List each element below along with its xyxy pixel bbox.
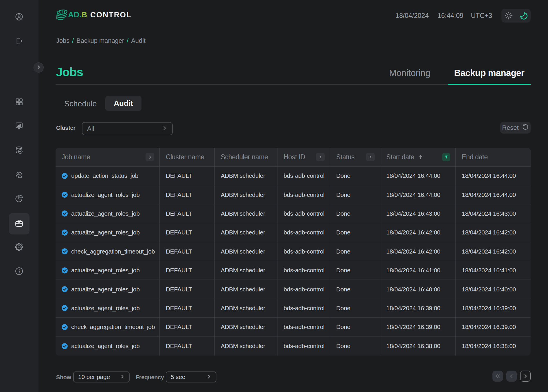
cell-cluster-name: DEFAULT	[160, 204, 215, 223]
cell-job-name-text: actualize_agent_roles_job	[71, 267, 140, 274]
page-size-select[interactable]: 10 per page	[73, 371, 130, 382]
cell-status-text: Done	[336, 210, 350, 217]
column-header-host-id: Host ID	[277, 148, 330, 167]
status-check-icon	[61, 210, 68, 217]
sidebar-item-dashboard[interactable]	[15, 97, 24, 108]
cell-scheduler-name: ADBM scheduler	[215, 261, 277, 280]
column-header-label: Status	[336, 153, 354, 161]
cluster-select[interactable]: All	[82, 122, 173, 135]
cell-start-date: 18/04/2024 16:38:00	[380, 337, 456, 356]
cell-job-name: actualize_agent_roles_job	[56, 261, 160, 280]
cell-job-name-text: actualize_agent_roles_job	[71, 343, 140, 350]
users-icon	[15, 171, 24, 181]
cell-job-name: actualize_agent_roles_job	[56, 185, 160, 204]
cell-job-name-text: check_aggregation_timeout_job	[71, 248, 155, 255]
cell-end-date: 18/04/2024 16:44:00	[456, 167, 531, 185]
cell-host-id-text: bds-adb-control	[284, 286, 324, 293]
cell-job-name: check_aggregation_timeout_job	[56, 318, 160, 336]
sidebar-item-logout[interactable]	[15, 37, 23, 47]
sidebar-item-settings[interactable]	[15, 243, 24, 253]
breadcrumb: Jobs / Backup manager / Audit	[56, 37, 146, 45]
cell-scheduler-name-text: ADBM scheduler	[221, 267, 265, 274]
pie-chart-icon	[15, 194, 24, 204]
sidebar-item-account[interactable]	[15, 12, 23, 22]
pagination-first-button[interactable]	[492, 371, 503, 382]
cell-start-date: 18/04/2024 16:43:00	[380, 204, 456, 223]
frequency-value: 5 sec	[171, 373, 206, 380]
cell-end-date-text: 18/04/2024 16:44:00	[462, 191, 516, 198]
start-date-filter-button[interactable]	[442, 153, 450, 161]
tab-backup-manager[interactable]: Backup manager	[454, 68, 525, 78]
cell-start-date-text: 18/04/2024 16:38:00	[386, 343, 440, 350]
column-header-scheduler-name: Scheduler name	[215, 148, 277, 167]
cell-cluster-name-text: DEFAULT	[166, 210, 192, 217]
breadcrumb-audit[interactable]: Audit	[131, 37, 146, 45]
cell-start-date: 18/04/2024 16:39:00	[380, 318, 456, 336]
pagination-prev-button[interactable]	[506, 371, 517, 382]
cell-cluster-name-text: DEFAULT	[166, 323, 192, 330]
cell-job-name: update_action_status_job	[56, 167, 160, 185]
cell-host-id: bds-adb-control	[277, 261, 330, 280]
frequency-label: Frequency	[136, 374, 164, 381]
sidebar-expand-button[interactable]	[34, 62, 44, 73]
cell-start-date-text: 18/04/2024 16:42:00	[386, 248, 440, 255]
breadcrumb-jobs[interactable]: Jobs	[56, 37, 69, 45]
reset-button[interactable]: Reset	[500, 122, 531, 134]
status-check-icon	[61, 229, 68, 236]
cell-status: Done	[330, 261, 380, 280]
dark-theme-button[interactable]	[519, 11, 528, 20]
show-label: Show	[56, 374, 71, 381]
chevron-right-icon	[368, 155, 373, 159]
cell-host-id-text: bds-adb-control	[284, 267, 324, 274]
cell-status-text: Done	[336, 286, 350, 293]
subtab-schedule[interactable]: Schedule	[64, 99, 97, 108]
job-name-expand-button[interactable]	[146, 153, 154, 161]
sidebar-item-database[interactable]	[15, 146, 24, 156]
cell-status-text: Done	[336, 267, 350, 274]
host-id-expand-button[interactable]	[316, 153, 325, 161]
cell-status: Done	[330, 242, 380, 261]
tab-monitoring[interactable]: Monitoring	[389, 68, 431, 78]
cell-status-text: Done	[336, 172, 350, 179]
cell-scheduler-name-text: ADBM scheduler	[221, 305, 265, 312]
cell-scheduler-name-text: ADBM scheduler	[221, 248, 265, 255]
frequency-select[interactable]: 5 sec	[166, 371, 216, 382]
status-check-icon	[61, 323, 68, 331]
cell-end-date: 18/04/2024 16:39:00	[456, 318, 531, 336]
sidebar-item-info[interactable]: i	[15, 267, 24, 277]
cell-start-date: 18/04/2024 16:40:00	[380, 280, 456, 299]
cell-scheduler-name: ADBM scheduler	[215, 185, 277, 204]
breadcrumb-separator: /	[72, 37, 74, 45]
sidebar-item-users[interactable]	[15, 171, 24, 181]
cell-cluster-name: DEFAULT	[160, 299, 215, 318]
cell-cluster-name-text: DEFAULT	[166, 229, 192, 236]
cell-host-id-text: bds-adb-control	[284, 172, 324, 179]
moon-icon	[519, 11, 528, 20]
app-logo[interactable]: AD.B CONTROL	[56, 8, 132, 21]
sort-ascending-icon[interactable]	[417, 154, 424, 160]
cell-job-name-text: actualize_agent_roles_job	[71, 286, 140, 293]
cell-scheduler-name: ADBM scheduler	[215, 167, 277, 185]
cell-status: Done	[330, 223, 380, 242]
cell-start-date: 18/04/2024 16:42:00	[380, 223, 456, 242]
sidebar-item-jobs[interactable]	[14, 218, 24, 229]
sidebar-item-monitoring[interactable]	[15, 121, 24, 132]
column-header-cluster-name: Cluster name	[160, 148, 215, 167]
cell-host-id-text: bds-adb-control	[284, 343, 324, 350]
cell-end-date-text: 18/04/2024 16:39:00	[462, 305, 516, 312]
subtab-audit[interactable]: Audit	[105, 96, 141, 111]
cell-job-name: actualize_agent_roles_job	[56, 337, 160, 356]
breadcrumb-backup-manager[interactable]: Backup manager	[76, 37, 124, 45]
cell-end-date-text: 18/04/2024 16:40:00	[462, 286, 516, 293]
status-check-icon	[61, 304, 68, 312]
cell-scheduler-name: ADBM scheduler	[215, 318, 277, 336]
status-expand-button[interactable]	[366, 153, 375, 161]
sidebar-item-reports[interactable]	[15, 194, 24, 204]
pagination-next-button[interactable]	[520, 371, 531, 382]
light-theme-button[interactable]	[504, 11, 513, 20]
page-title: Jobs	[56, 65, 83, 79]
current-date: 18/04/2024	[396, 12, 429, 20]
chevron-right-icon	[119, 374, 125, 380]
cell-job-name-text: actualize_agent_roles_job	[71, 210, 140, 217]
cell-cluster-name-text: DEFAULT	[166, 305, 192, 312]
